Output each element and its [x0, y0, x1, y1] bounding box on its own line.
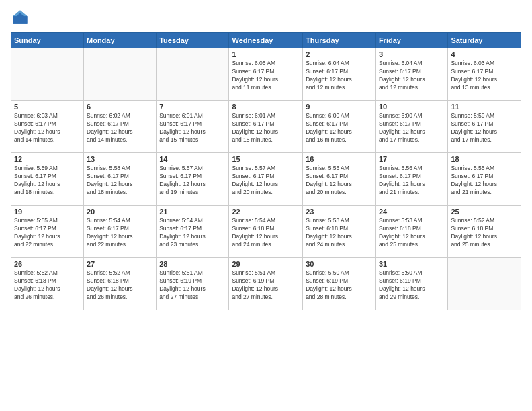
calendar-cell: 30Sunrise: 5:50 AM Sunset: 6:19 PM Dayli…: [303, 258, 376, 310]
day-info: Sunrise: 5:50 AM Sunset: 6:19 PM Dayligh…: [306, 269, 373, 302]
calendar-cell: [84, 48, 157, 101]
day-info: Sunrise: 6:02 AM Sunset: 6:17 PM Dayligh…: [87, 112, 153, 144]
calendar-cell: 28Sunrise: 5:51 AM Sunset: 6:19 PM Dayli…: [157, 258, 229, 310]
calendar-cell: 11Sunrise: 5:59 AM Sunset: 6:17 PM Dayli…: [448, 101, 521, 153]
day-info: Sunrise: 5:52 AM Sunset: 6:18 PM Dayligh…: [14, 269, 81, 302]
day-number: 27: [87, 260, 153, 268]
calendar-cell: 17Sunrise: 5:56 AM Sunset: 6:17 PM Dayli…: [375, 153, 447, 205]
day-number: 15: [232, 155, 300, 163]
calendar-cell: 16Sunrise: 5:56 AM Sunset: 6:17 PM Dayli…: [303, 153, 376, 205]
day-info: Sunrise: 5:53 AM Sunset: 6:18 PM Dayligh…: [306, 217, 373, 249]
day-info: Sunrise: 5:51 AM Sunset: 6:19 PM Dayligh…: [159, 269, 226, 302]
calendar-table: SundayMondayTuesdayWednesdayThursdayFrid…: [11, 32, 521, 310]
day-number: 31: [379, 260, 445, 268]
weekday-header-thursday: Thursday: [303, 33, 376, 48]
day-number: 17: [379, 155, 445, 163]
weekday-header-tuesday: Tuesday: [157, 33, 229, 48]
page: SundayMondayTuesdayWednesdayThursdayFrid…: [0, 0, 532, 411]
calendar-cell: 14Sunrise: 5:57 AM Sunset: 6:17 PM Dayli…: [157, 153, 229, 205]
calendar-cell: 9Sunrise: 6:00 AM Sunset: 6:17 PM Daylig…: [303, 101, 376, 153]
day-number: 23: [306, 208, 373, 216]
calendar-cell: 25Sunrise: 5:52 AM Sunset: 6:18 PM Dayli…: [448, 205, 521, 258]
calendar-cell: 15Sunrise: 5:57 AM Sunset: 6:17 PM Dayli…: [229, 153, 303, 205]
calendar-cell: 6Sunrise: 6:02 AM Sunset: 6:17 PM Daylig…: [84, 101, 157, 153]
day-number: 5: [14, 103, 81, 111]
day-number: 13: [87, 155, 153, 163]
day-number: 3: [379, 50, 445, 58]
weekday-header-saturday: Saturday: [448, 33, 521, 48]
calendar-cell: 5Sunrise: 6:03 AM Sunset: 6:17 PM Daylig…: [11, 101, 84, 153]
day-info: Sunrise: 6:04 AM Sunset: 6:17 PM Dayligh…: [379, 60, 445, 92]
day-number: 24: [379, 208, 445, 216]
day-info: Sunrise: 6:04 AM Sunset: 6:17 PM Dayligh…: [306, 60, 373, 92]
day-number: 14: [159, 155, 226, 163]
calendar-cell: 12Sunrise: 5:59 AM Sunset: 6:17 PM Dayli…: [11, 153, 84, 205]
day-info: Sunrise: 5:55 AM Sunset: 6:17 PM Dayligh…: [451, 165, 518, 197]
calendar-week-1: 1Sunrise: 6:05 AM Sunset: 6:17 PM Daylig…: [11, 48, 521, 101]
logo-icon: [11, 8, 30, 27]
day-number: 4: [451, 50, 518, 58]
day-number: 16: [306, 155, 373, 163]
calendar-cell: 19Sunrise: 5:55 AM Sunset: 6:17 PM Dayli…: [11, 205, 84, 258]
day-info: Sunrise: 5:56 AM Sunset: 6:17 PM Dayligh…: [306, 165, 373, 197]
day-number: 8: [232, 103, 300, 111]
day-info: Sunrise: 5:52 AM Sunset: 6:18 PM Dayligh…: [87, 269, 153, 302]
calendar-cell: [11, 48, 84, 101]
day-number: 19: [14, 208, 81, 216]
day-info: Sunrise: 5:50 AM Sunset: 6:19 PM Dayligh…: [379, 269, 445, 302]
calendar-cell: 3Sunrise: 6:04 AM Sunset: 6:17 PM Daylig…: [375, 48, 447, 101]
calendar-header-row: SundayMondayTuesdayWednesdayThursdayFrid…: [11, 33, 521, 48]
calendar-cell: 24Sunrise: 5:53 AM Sunset: 6:18 PM Dayli…: [375, 205, 447, 258]
day-info: Sunrise: 6:01 AM Sunset: 6:17 PM Dayligh…: [232, 112, 300, 144]
calendar-cell: 20Sunrise: 5:54 AM Sunset: 6:17 PM Dayli…: [84, 205, 157, 258]
day-info: Sunrise: 6:00 AM Sunset: 6:17 PM Dayligh…: [379, 112, 445, 144]
day-number: 29: [232, 260, 300, 268]
day-info: Sunrise: 5:57 AM Sunset: 6:17 PM Dayligh…: [232, 165, 300, 197]
day-info: Sunrise: 5:56 AM Sunset: 6:17 PM Dayligh…: [379, 165, 445, 197]
day-number: 2: [306, 50, 373, 58]
day-number: 18: [451, 155, 518, 163]
day-info: Sunrise: 5:54 AM Sunset: 6:17 PM Dayligh…: [159, 217, 226, 249]
calendar-cell: 1Sunrise: 6:05 AM Sunset: 6:17 PM Daylig…: [229, 48, 303, 101]
day-info: Sunrise: 5:58 AM Sunset: 6:17 PM Dayligh…: [87, 165, 153, 197]
day-info: Sunrise: 5:55 AM Sunset: 6:17 PM Dayligh…: [14, 217, 81, 249]
day-info: Sunrise: 6:00 AM Sunset: 6:17 PM Dayligh…: [306, 112, 373, 144]
weekday-header-sunday: Sunday: [11, 33, 84, 48]
calendar-cell: [157, 48, 229, 101]
calendar-cell: 22Sunrise: 5:54 AM Sunset: 6:18 PM Dayli…: [229, 205, 303, 258]
calendar-cell: 31Sunrise: 5:50 AM Sunset: 6:19 PM Dayli…: [375, 258, 447, 310]
calendar-week-4: 19Sunrise: 5:55 AM Sunset: 6:17 PM Dayli…: [11, 205, 521, 258]
day-info: Sunrise: 5:53 AM Sunset: 6:18 PM Dayligh…: [379, 217, 445, 249]
calendar-cell: 10Sunrise: 6:00 AM Sunset: 6:17 PM Dayli…: [375, 101, 447, 153]
day-number: 7: [159, 103, 226, 111]
calendar-cell: 13Sunrise: 5:58 AM Sunset: 6:17 PM Dayli…: [84, 153, 157, 205]
day-info: Sunrise: 6:03 AM Sunset: 6:17 PM Dayligh…: [451, 60, 518, 92]
day-info: Sunrise: 5:59 AM Sunset: 6:17 PM Dayligh…: [14, 165, 81, 197]
day-info: Sunrise: 5:54 AM Sunset: 6:17 PM Dayligh…: [87, 217, 153, 249]
day-info: Sunrise: 5:52 AM Sunset: 6:18 PM Dayligh…: [451, 217, 518, 249]
day-number: 9: [306, 103, 373, 111]
day-number: 28: [159, 260, 226, 268]
header: [11, 8, 521, 27]
calendar-cell: 7Sunrise: 6:01 AM Sunset: 6:17 PM Daylig…: [157, 101, 229, 153]
day-number: 30: [306, 260, 373, 268]
day-info: Sunrise: 5:59 AM Sunset: 6:17 PM Dayligh…: [451, 112, 518, 144]
day-number: 26: [14, 260, 81, 268]
day-info: Sunrise: 5:54 AM Sunset: 6:18 PM Dayligh…: [232, 217, 300, 249]
day-info: Sunrise: 6:05 AM Sunset: 6:17 PM Dayligh…: [232, 60, 300, 92]
weekday-header-monday: Monday: [84, 33, 157, 48]
calendar-week-2: 5Sunrise: 6:03 AM Sunset: 6:17 PM Daylig…: [11, 101, 521, 153]
svg-rect-2: [13, 16, 28, 24]
calendar-cell: 18Sunrise: 5:55 AM Sunset: 6:17 PM Dayli…: [448, 153, 521, 205]
calendar-cell: 29Sunrise: 5:51 AM Sunset: 6:19 PM Dayli…: [229, 258, 303, 310]
calendar-week-5: 26Sunrise: 5:52 AM Sunset: 6:18 PM Dayli…: [11, 258, 521, 310]
calendar-week-3: 12Sunrise: 5:59 AM Sunset: 6:17 PM Dayli…: [11, 153, 521, 205]
day-number: 1: [232, 50, 300, 58]
weekday-header-friday: Friday: [375, 33, 447, 48]
day-info: Sunrise: 6:03 AM Sunset: 6:17 PM Dayligh…: [14, 112, 81, 144]
calendar-cell: 27Sunrise: 5:52 AM Sunset: 6:18 PM Dayli…: [84, 258, 157, 310]
day-number: 10: [379, 103, 445, 111]
day-number: 12: [14, 155, 81, 163]
day-info: Sunrise: 6:01 AM Sunset: 6:17 PM Dayligh…: [159, 112, 226, 144]
weekday-header-wednesday: Wednesday: [229, 33, 303, 48]
